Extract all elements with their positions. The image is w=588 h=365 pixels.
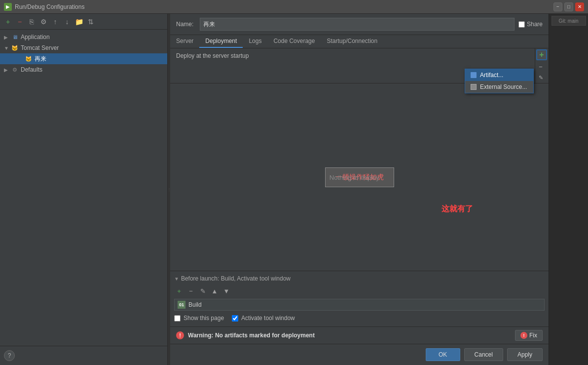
sort-button[interactable]: ⇅ — [86, 17, 96, 27]
window-title: Run/Debug Configurations — [15, 3, 553, 10]
fix-icon: ! — [520, 332, 527, 339]
dropdown-item-external-source[interactable]: External Source... — [465, 81, 533, 93]
close-button[interactable]: ✕ — [575, 2, 584, 11]
show-page-label: Show this page — [184, 315, 224, 322]
artifact-icon — [470, 72, 477, 79]
right-panel-btn-1[interactable]: Git: main — [551, 16, 586, 26]
activate-window-label: Activate tool window — [241, 315, 295, 322]
folder-button[interactable]: 📁 — [74, 17, 84, 27]
help-button[interactable]: ? — [4, 350, 15, 361]
warning-icon: ! — [176, 331, 184, 339]
bl-remove-button[interactable]: − — [186, 286, 196, 296]
content-wrapper: Deploy at the server startup + − ✎ — [170, 48, 549, 365]
before-launch-toolbar: + − ✎ ▲ ▼ — [174, 284, 545, 298]
config-tree: ▶ 🖥 Application ▼ 🐱 Tomcat Server 🐱 再来 — [0, 30, 167, 346]
config-toolbar: + − ⎘ ⚙ ↑ ↓ 📁 ⇅ — [0, 14, 167, 30]
deployment-area: Deploy at the server startup + − ✎ — [170, 48, 549, 365]
dropdown-menu: Artifact... External Source... — [465, 69, 534, 93]
name-row: Name: Share — [170, 14, 549, 35]
show-page-checkbox[interactable] — [174, 315, 181, 322]
share-label: Share — [527, 21, 543, 28]
dropdown-item-artifact[interactable]: Artifact... — [465, 69, 533, 81]
minimize-button[interactable]: − — [553, 2, 562, 11]
fix-label: Fix — [529, 332, 537, 339]
remove-config-button[interactable]: − — [15, 17, 25, 27]
tree-label-run-config: 再来 — [35, 55, 46, 63]
tree-arrow-application: ▶ — [4, 35, 11, 40]
edit-deployment-button[interactable]: ✎ — [535, 72, 546, 83]
bl-add-button[interactable]: + — [174, 286, 184, 296]
nothing-to-deploy-text: Nothing to deploy — [330, 173, 379, 181]
share-area: Share — [518, 21, 543, 28]
run-config-icon: 🐱 — [25, 55, 33, 63]
cancel-button[interactable]: Cancel — [464, 348, 503, 361]
tab-logs[interactable]: Logs — [243, 35, 267, 48]
tree-item-defaults[interactable]: ▶ ⚙ Defaults — [0, 64, 167, 75]
before-launch-header[interactable]: ▼ Before launch: Build, Activate tool wi… — [174, 273, 545, 284]
share-checkbox[interactable] — [518, 21, 525, 28]
maximize-button[interactable]: □ — [564, 2, 573, 11]
deploy-main-area: 一顿操作猛如虎 Nothing to deploy 这就有了 — [170, 83, 549, 271]
tree-item-application[interactable]: ▶ 🖥 Application — [0, 32, 167, 42]
copy-config-button[interactable]: ⎘ — [27, 17, 37, 27]
tree-label-application: Application — [21, 34, 50, 41]
move-settings-button[interactable]: ⚙ — [38, 17, 48, 27]
left-panel: + − ⎘ ⚙ ↑ ↓ 📁 ⇅ ▶ 🖥 Application ▼ — [0, 14, 168, 365]
tree-item-run-config[interactable]: 🐱 再来 — [0, 53, 167, 64]
defaults-icon: ⚙ — [11, 66, 19, 74]
artifact-label: Artifact... — [480, 72, 503, 79]
deploy-header-text: Deploy at the server startup — [176, 52, 249, 59]
tree-item-tomcat-server[interactable]: ▼ 🐱 Tomcat Server — [0, 42, 167, 53]
right-panel: Name: Share Server Deployment Logs Code … — [170, 14, 549, 365]
tabs-row: Server Deployment Logs Code Coverage Sta… — [170, 35, 549, 48]
add-deployment-button[interactable]: + — [536, 49, 547, 60]
tree-label-tomcat: Tomcat Server — [21, 44, 59, 51]
tab-deployment[interactable]: Deployment — [199, 35, 243, 48]
before-launch-arrow: ▼ — [174, 276, 179, 282]
fix-button[interactable]: ! Fix — [515, 330, 543, 341]
tab-code-coverage[interactable]: Code Coverage — [267, 35, 321, 48]
bottom-buttons: OK Cancel Apply — [170, 344, 549, 365]
before-launch-label: Before launch: Build, Activate tool wind… — [181, 275, 291, 282]
chinese-annotation: 这就有了 — [441, 204, 473, 214]
external-source-icon — [470, 83, 477, 90]
bl-up-button[interactable]: ▲ — [210, 286, 220, 296]
warning-text: Warning: No artifacts marked for deploym… — [188, 332, 511, 339]
name-input[interactable] — [200, 18, 514, 31]
activate-window-checkbox[interactable] — [232, 315, 238, 322]
tab-startup-connection[interactable]: Startup/Connection — [321, 35, 383, 48]
tree-label-defaults: Defaults — [21, 66, 42, 73]
window-icon: ▶ — [4, 3, 12, 11]
bl-down-button[interactable]: ▼ — [221, 286, 231, 296]
tab-server[interactable]: Server — [170, 35, 199, 48]
bl-edit-button[interactable]: ✎ — [198, 286, 208, 296]
before-launch-section: ▼ Before launch: Build, Activate tool wi… — [170, 271, 549, 326]
build-item: 01 Build — [174, 299, 545, 311]
name-label: Name: — [176, 21, 196, 28]
window-controls: − □ ✕ — [553, 2, 584, 11]
tree-arrow-tomcat: ▼ — [4, 45, 11, 51]
tomcat-icon: 🐱 — [11, 44, 19, 52]
title-bar: ▶ Run/Debug Configurations − □ ✕ — [0, 0, 588, 14]
show-page-option: Show this page — [174, 315, 224, 322]
external-source-label: External Source... — [480, 83, 527, 90]
tree-arrow-defaults: ▶ — [4, 67, 11, 73]
move-up-button[interactable]: ↑ — [50, 17, 60, 27]
activate-window-option: Activate tool window — [232, 315, 295, 322]
far-right-panel: Git: main — [549, 14, 588, 365]
ok-button[interactable]: OK — [426, 348, 460, 361]
build-item-icon: 01 — [178, 301, 185, 309]
application-icon: 🖥 — [11, 33, 19, 41]
warning-bar: ! Warning: No artifacts marked for deplo… — [170, 326, 549, 344]
apply-button[interactable]: Apply — [507, 348, 543, 361]
remove-deployment-button[interactable]: − — [535, 61, 546, 72]
build-item-label: Build — [188, 301, 202, 308]
main-container: + − ⎘ ⚙ ↑ ↓ 📁 ⇅ ▶ 🖥 Application ▼ — [0, 14, 588, 365]
launch-options: Show this page Activate tool window — [174, 312, 545, 324]
add-config-button[interactable]: + — [3, 17, 13, 27]
move-down-button[interactable]: ↓ — [62, 17, 72, 27]
